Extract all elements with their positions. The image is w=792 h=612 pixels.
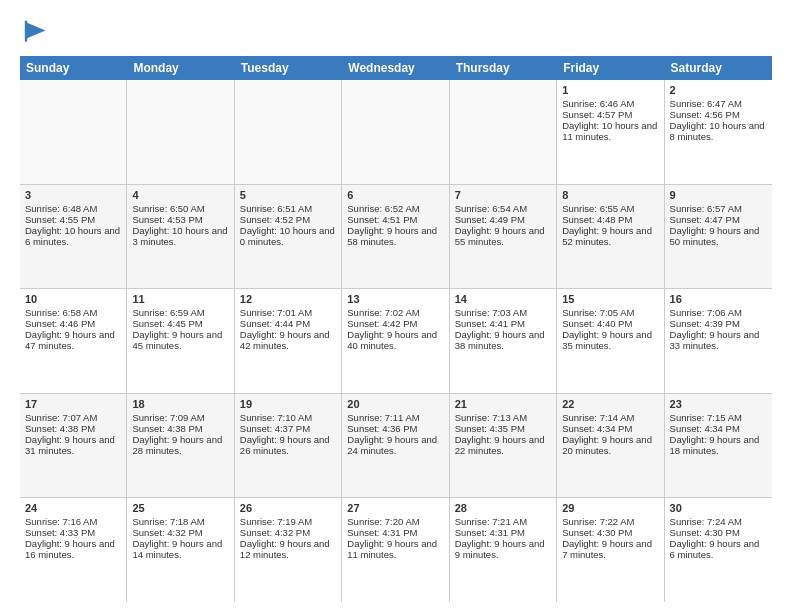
day-info-line: Sunset: 4:38 PM [132, 423, 228, 434]
day-cell-15: 15Sunrise: 7:05 AMSunset: 4:40 PMDayligh… [557, 289, 664, 393]
day-cell-9: 9Sunrise: 6:57 AMSunset: 4:47 PMDaylight… [665, 185, 772, 289]
day-number-29: 29 [562, 502, 658, 514]
day-number-2: 2 [670, 84, 767, 96]
day-info-line: Sunrise: 6:55 AM [562, 203, 658, 214]
day-number-18: 18 [132, 398, 228, 410]
day-number-28: 28 [455, 502, 551, 514]
day-info-line: Sunrise: 7:14 AM [562, 412, 658, 423]
day-info-line: Sunset: 4:55 PM [25, 214, 121, 225]
day-info-line: Daylight: 10 hours and 11 minutes. [562, 120, 658, 142]
day-cell-8: 8Sunrise: 6:55 AMSunset: 4:48 PMDaylight… [557, 185, 664, 289]
day-info-line: Sunrise: 7:16 AM [25, 516, 121, 527]
day-info-line: Sunrise: 6:58 AM [25, 307, 121, 318]
day-info-line: Sunset: 4:35 PM [455, 423, 551, 434]
day-info-line: Daylight: 9 hours and 26 minutes. [240, 434, 336, 456]
day-info-line: Daylight: 9 hours and 45 minutes. [132, 329, 228, 351]
logo-icon [20, 16, 52, 48]
day-info-line: Daylight: 9 hours and 33 minutes. [670, 329, 767, 351]
day-info-line: Sunrise: 6:50 AM [132, 203, 228, 214]
day-info-line: Sunset: 4:53 PM [132, 214, 228, 225]
day-number-1: 1 [562, 84, 658, 96]
day-info-line: Sunset: 4:44 PM [240, 318, 336, 329]
day-info-line: Sunset: 4:32 PM [132, 527, 228, 538]
day-cell-20: 20Sunrise: 7:11 AMSunset: 4:36 PMDayligh… [342, 394, 449, 498]
header-day-sunday: Sunday [20, 56, 127, 80]
day-cell-30: 30Sunrise: 7:24 AMSunset: 4:30 PMDayligh… [665, 498, 772, 602]
day-info-line: Daylight: 9 hours and 7 minutes. [562, 538, 658, 560]
day-cell-23: 23Sunrise: 7:15 AMSunset: 4:34 PMDayligh… [665, 394, 772, 498]
day-info-line: Sunset: 4:34 PM [562, 423, 658, 434]
day-info-line: Sunrise: 6:52 AM [347, 203, 443, 214]
page: SundayMondayTuesdayWednesdayThursdayFrid… [0, 0, 792, 612]
day-info-line: Daylight: 9 hours and 24 minutes. [347, 434, 443, 456]
day-info-line: Sunset: 4:38 PM [25, 423, 121, 434]
day-number-5: 5 [240, 189, 336, 201]
day-info-line: Sunset: 4:30 PM [562, 527, 658, 538]
calendar-row-3: 17Sunrise: 7:07 AMSunset: 4:38 PMDayligh… [20, 394, 772, 499]
day-info-line: Sunset: 4:46 PM [25, 318, 121, 329]
day-number-7: 7 [455, 189, 551, 201]
day-info-line: Sunrise: 7:15 AM [670, 412, 767, 423]
day-info-line: Sunrise: 7:18 AM [132, 516, 228, 527]
day-info-line: Daylight: 9 hours and 18 minutes. [670, 434, 767, 456]
day-cell-27: 27Sunrise: 7:20 AMSunset: 4:31 PMDayligh… [342, 498, 449, 602]
day-cell-28: 28Sunrise: 7:21 AMSunset: 4:31 PMDayligh… [450, 498, 557, 602]
day-number-4: 4 [132, 189, 228, 201]
day-info-line: Sunrise: 7:10 AM [240, 412, 336, 423]
day-info-line: Sunset: 4:51 PM [347, 214, 443, 225]
day-number-13: 13 [347, 293, 443, 305]
day-number-27: 27 [347, 502, 443, 514]
header-day-wednesday: Wednesday [342, 56, 449, 80]
header-day-friday: Friday [557, 56, 664, 80]
day-info-line: Sunset: 4:37 PM [240, 423, 336, 434]
day-cell-24: 24Sunrise: 7:16 AMSunset: 4:33 PMDayligh… [20, 498, 127, 602]
day-cell-5: 5Sunrise: 6:51 AMSunset: 4:52 PMDaylight… [235, 185, 342, 289]
calendar-header: SundayMondayTuesdayWednesdayThursdayFrid… [20, 56, 772, 80]
day-info-line: Sunrise: 7:02 AM [347, 307, 443, 318]
day-number-8: 8 [562, 189, 658, 201]
day-info-line: Sunrise: 6:59 AM [132, 307, 228, 318]
day-info-line: Sunset: 4:39 PM [670, 318, 767, 329]
day-info-line: Sunrise: 7:21 AM [455, 516, 551, 527]
day-info-line: Daylight: 9 hours and 12 minutes. [240, 538, 336, 560]
day-info-line: Sunset: 4:47 PM [670, 214, 767, 225]
day-number-23: 23 [670, 398, 767, 410]
day-cell-4: 4Sunrise: 6:50 AMSunset: 4:53 PMDaylight… [127, 185, 234, 289]
day-info-line: Sunrise: 6:51 AM [240, 203, 336, 214]
day-cell-3: 3Sunrise: 6:48 AMSunset: 4:55 PMDaylight… [20, 185, 127, 289]
day-info-line: Sunset: 4:45 PM [132, 318, 228, 329]
day-number-15: 15 [562, 293, 658, 305]
day-info-line: Sunset: 4:32 PM [240, 527, 336, 538]
day-info-line: Sunset: 4:42 PM [347, 318, 443, 329]
day-info-line: Daylight: 9 hours and 20 minutes. [562, 434, 658, 456]
day-info-line: Daylight: 9 hours and 6 minutes. [670, 538, 767, 560]
day-info-line: Sunrise: 7:05 AM [562, 307, 658, 318]
day-info-line: Sunset: 4:52 PM [240, 214, 336, 225]
day-info-line: Sunset: 4:36 PM [347, 423, 443, 434]
day-cell-26: 26Sunrise: 7:19 AMSunset: 4:32 PMDayligh… [235, 498, 342, 602]
day-number-22: 22 [562, 398, 658, 410]
day-info-line: Sunset: 4:56 PM [670, 109, 767, 120]
day-number-21: 21 [455, 398, 551, 410]
day-info-line: Sunset: 4:41 PM [455, 318, 551, 329]
day-info-line: Sunrise: 6:48 AM [25, 203, 121, 214]
svg-marker-0 [26, 22, 45, 38]
day-cell-13: 13Sunrise: 7:02 AMSunset: 4:42 PMDayligh… [342, 289, 449, 393]
day-info-line: Sunset: 4:49 PM [455, 214, 551, 225]
day-cell-25: 25Sunrise: 7:18 AMSunset: 4:32 PMDayligh… [127, 498, 234, 602]
empty-cell-0-3 [342, 80, 449, 184]
day-number-6: 6 [347, 189, 443, 201]
day-info-line: Sunrise: 6:47 AM [670, 98, 767, 109]
day-number-14: 14 [455, 293, 551, 305]
day-number-16: 16 [670, 293, 767, 305]
day-number-10: 10 [25, 293, 121, 305]
day-info-line: Daylight: 9 hours and 22 minutes. [455, 434, 551, 456]
day-info-line: Sunset: 4:31 PM [347, 527, 443, 538]
day-info-line: Sunrise: 7:07 AM [25, 412, 121, 423]
day-cell-18: 18Sunrise: 7:09 AMSunset: 4:38 PMDayligh… [127, 394, 234, 498]
calendar-body: 1Sunrise: 6:46 AMSunset: 4:57 PMDaylight… [20, 80, 772, 602]
calendar-row-1: 3Sunrise: 6:48 AMSunset: 4:55 PMDaylight… [20, 185, 772, 290]
day-number-26: 26 [240, 502, 336, 514]
day-info-line: Daylight: 9 hours and 31 minutes. [25, 434, 121, 456]
calendar: SundayMondayTuesdayWednesdayThursdayFrid… [20, 56, 772, 602]
